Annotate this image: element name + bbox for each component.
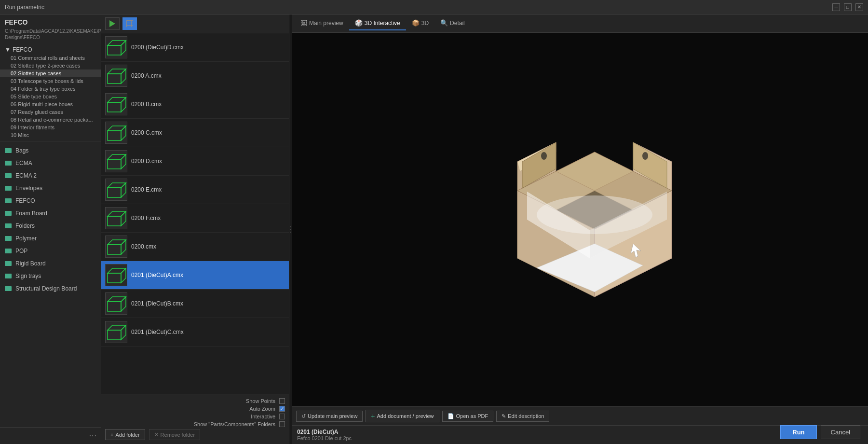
maximize-button[interactable]: □ [844,3,852,11]
tab-detail[interactable]: 🔍 Detail [434,16,471,30]
svg-rect-6 [108,102,121,112]
file-item-0200e[interactable]: 0200 E.cmx [101,176,289,204]
file-name: 0200 A.cmx [131,72,162,79]
sidebar-item-sign[interactable]: Sign trays [0,270,101,282]
folder-icon [5,223,12,228]
tree-item-07[interactable]: 07 Ready glued cases [0,108,101,116]
more-options-button[interactable]: ··· [89,431,97,440]
sidebar-item-ecma[interactable]: ECMA [0,157,101,169]
file-item-0200c[interactable]: 0200 C.cmx [101,119,289,147]
preview-tabs: 🖼 Main preview 🎲 3D Interactive 📦 3D 🔍 D… [292,14,868,33]
tree-root: ▼ FEFCO [0,45,101,54]
tree-item-03[interactable]: 03 Telescope type boxes & lids [0,77,101,85]
sidebar-item-structural[interactable]: Structural Design Board [0,282,101,295]
tree-item-06[interactable]: 06 Rigid multi-piece boxes [0,100,101,108]
file-name: 0201 (DieCut)C.cmx [131,329,184,335]
sidebar-item-label: FEFCO [15,197,35,204]
svg-rect-30 [108,330,121,340]
sidebar-item-fefco[interactable]: FEFCO [0,194,101,207]
folder-icon [5,286,12,291]
file-item-0200a[interactable]: 0200 A.cmx [101,62,289,90]
tree-root-label: FEFCO [13,46,32,53]
sidebar-tree: ▼ FEFCO 01 Commercial rolls and sheets 0… [0,43,101,141]
edit-description-button[interactable]: ✎ Edit description [496,411,549,422]
show-points-checkbox[interactable] [279,398,285,404]
svg-marker-11 [121,126,126,140]
tree-item-10[interactable]: 10 Misc [0,131,101,139]
auto-zoom-label: Auto Zoom [249,406,275,412]
remove-folder-button[interactable]: ✕ Remove folder [149,429,201,440]
tab-main-preview-label: Main preview [309,20,343,27]
sidebar-path: C:\ProgramData\AGCAD\12.2\KASEMAKE\Param… [0,27,101,43]
sidebar-item-envelopes[interactable]: Envelopes [0,182,101,194]
tab-3d-interactive-icon: 🎲 [355,19,363,27]
tab-main-preview[interactable]: 🖼 Main preview [295,16,349,30]
file-name: 0200 E.cmx [131,186,162,193]
add-icon: + [110,432,113,438]
tree-item-09[interactable]: 09 Interior fitments [0,124,101,131]
update-icon: ↺ [301,413,306,419]
tree-item-02a[interactable]: 02 Slotted type 2-piece cases [0,62,101,69]
sidebar-item-label: ECMA 2 [15,172,37,179]
remove-icon: ✕ [154,431,159,438]
tab-3d-interactive[interactable]: 🎲 3D Interactive [349,16,406,30]
close-button[interactable]: ✕ [855,3,863,11]
show-points-label: Show Points [246,398,275,404]
tab-3d[interactable]: 📦 3D [406,16,434,30]
interactive-checkbox[interactable] [279,414,285,419]
file-name: 0200 (DieCut)D.cmx [131,44,184,51]
tree-item-01[interactable]: 01 Commercial rolls and sheets [0,54,101,62]
tree-item-04[interactable]: 04 Folder & tray type boxes [0,85,101,93]
show-parts-checkbox[interactable] [279,421,285,427]
open-pdf-button[interactable]: 📄 Open as PDF [442,411,494,422]
file-name: 0200 B.cmx [131,101,162,108]
auto-zoom-checkbox[interactable]: ✓ [279,406,285,412]
file-thumbnail [105,292,127,315]
update-preview-label: Update main preview [308,413,357,419]
tree-item-08[interactable]: 08 Retail and e-commerce packa... [0,116,101,124]
run-cancel-bar: Run Cancel [773,420,868,444]
add-document-button[interactable]: + Add document / preview [366,410,439,422]
sidebar-item-rigid[interactable]: Rigid Board [0,257,101,270]
file-thumbnail [105,179,127,201]
sidebar-item-polymer[interactable]: Polymer [0,232,101,245]
preview-area[interactable] [292,33,868,406]
sidebar-item-foam[interactable]: Foam Board [0,207,101,220]
sidebar-item-ecma2[interactable]: ECMA 2 [0,169,101,182]
file-item-0201c[interactable]: 0201 (DieCut)C.cmx [101,318,289,347]
play-button[interactable] [105,17,120,30]
file-thumbnail [105,150,127,172]
minimize-button[interactable]: ─ [832,3,840,11]
add-folder-button[interactable]: + Add folder [105,429,145,440]
tab-3d-interactive-label: 3D Interactive [365,20,400,27]
grid-view-button[interactable] [122,17,137,30]
run-button[interactable]: Run [780,425,816,439]
file-item-0201a[interactable]: 0201 (DieCut)A.cmx [101,261,289,290]
file-item-0200b[interactable]: 0200 B.cmx [101,90,289,119]
svg-rect-15 [108,188,121,197]
file-item-0201b[interactable]: 0201 (DieCut)B.cmx [101,290,289,318]
sidebar-item-folders[interactable]: Folders [0,220,101,232]
sidebar-item-pop[interactable]: POP [0,245,101,257]
tab-3d-icon: 📦 [412,19,420,27]
show-parts-label: Show "Parts/Components" Folders [194,421,275,427]
tree-item-02b[interactable]: 02 Slotted type cases [0,69,101,77]
svg-rect-27 [108,302,121,311]
folder-icon [5,261,12,266]
file-item-0200d[interactable]: 0200 D.cmx [101,147,289,176]
file-item-0200f[interactable]: 0200 F.cmx [101,204,289,233]
update-preview-button[interactable]: ↺ Update main preview [296,411,363,422]
svg-rect-9 [108,131,121,140]
cancel-button[interactable]: Cancel [821,425,860,439]
file-list: 0200 (DieCut)D.cmx 0200 A.cmx [101,33,289,394]
sidebar-item-label: Sign trays [15,273,41,279]
add-icon: + [371,412,375,420]
file-item-0200diecut[interactable]: 0200 (DieCut)D.cmx [101,33,289,62]
sidebar-item-bags[interactable]: Bags [0,144,101,157]
file-item-0200[interactable]: 0200.cmx [101,233,289,261]
svg-marker-20 [121,211,126,226]
file-thumbnail [105,65,127,87]
interactive-label: Interactive [251,414,275,419]
folder-icon [5,236,12,241]
tree-item-05[interactable]: 05 Slide type boxes [0,93,101,100]
